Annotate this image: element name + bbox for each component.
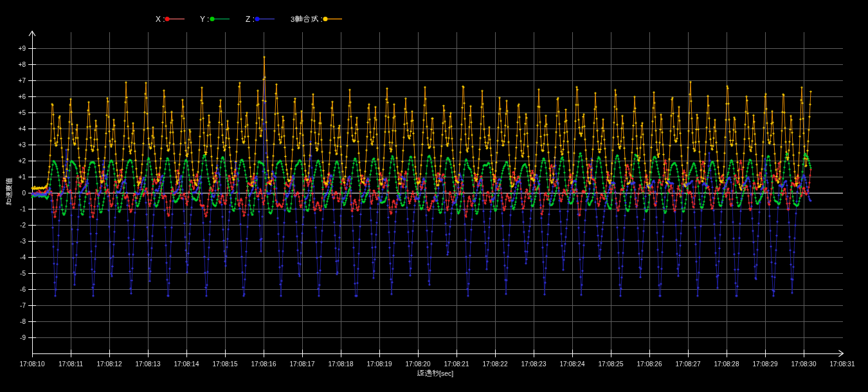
svg-text:17:08:17: 17:08:17 [290, 361, 315, 368]
svg-text:17:08:25: 17:08:25 [599, 361, 624, 368]
svg-text:-3: -3 [20, 238, 26, 245]
svg-text:17:08:18: 17:08:18 [329, 361, 354, 368]
svg-text:17:08:26: 17:08:26 [637, 361, 662, 368]
svg-text:17:08:15: 17:08:15 [213, 361, 238, 368]
svg-text:Z :: Z : [246, 15, 255, 24]
svg-text:17:08:29: 17:08:29 [753, 361, 778, 368]
svg-text:17:08:19: 17:08:19 [367, 361, 392, 368]
svg-text:-9: -9 [20, 334, 26, 341]
svg-text:[sec]: [sec] [439, 370, 453, 377]
svg-text:-2: -2 [20, 222, 26, 229]
svg-text:+4: +4 [19, 125, 26, 132]
svg-text:17:08:16: 17:08:16 [251, 361, 276, 368]
svg-text:-6: -6 [20, 286, 26, 293]
svg-text:+3: +3 [19, 141, 26, 148]
svg-text:+1: +1 [19, 174, 26, 181]
svg-text:17:08:27: 17:08:27 [676, 361, 701, 368]
svg-text:X :: X : [156, 15, 165, 24]
svg-text:17:08:13: 17:08:13 [136, 361, 161, 368]
svg-text:17:08:23: 17:08:23 [521, 361, 547, 368]
svg-text:-1: -1 [20, 206, 26, 213]
svg-text:17:08:20: 17:08:20 [406, 361, 431, 368]
svg-text:+7: +7 [19, 77, 26, 84]
svg-text::: : [321, 15, 323, 24]
svg-text:3: 3 [291, 15, 294, 23]
svg-text:17:08:24: 17:08:24 [560, 361, 585, 368]
svg-text:17:08:11: 17:08:11 [59, 361, 84, 368]
svg-text:17:08:10: 17:08:10 [20, 361, 45, 368]
svg-text:0: 0 [22, 190, 26, 197]
svg-text:+9: +9 [19, 45, 26, 52]
svg-text:17:08:21: 17:08:21 [444, 361, 469, 368]
svg-text:17:08:14: 17:08:14 [174, 361, 199, 368]
svg-text:+5: +5 [19, 109, 26, 116]
svg-text:+2: +2 [19, 157, 26, 165]
svg-text:-5: -5 [20, 270, 26, 277]
svg-text:+6: +6 [19, 93, 26, 100]
svg-text:+8: +8 [19, 61, 26, 68]
svg-text:17:08:28: 17:08:28 [714, 361, 739, 368]
svg-text:-8: -8 [20, 318, 26, 325]
svg-text:-7: -7 [20, 302, 26, 309]
svg-text:17:08:30: 17:08:30 [791, 361, 817, 368]
svg-text:17:08:31: 17:08:31 [830, 361, 855, 368]
svg-text:17:08:12: 17:08:12 [97, 361, 122, 368]
svg-text:-4: -4 [20, 254, 26, 261]
svg-text:17:08:22: 17:08:22 [483, 361, 508, 368]
svg-text:Y :: Y : [200, 15, 209, 24]
